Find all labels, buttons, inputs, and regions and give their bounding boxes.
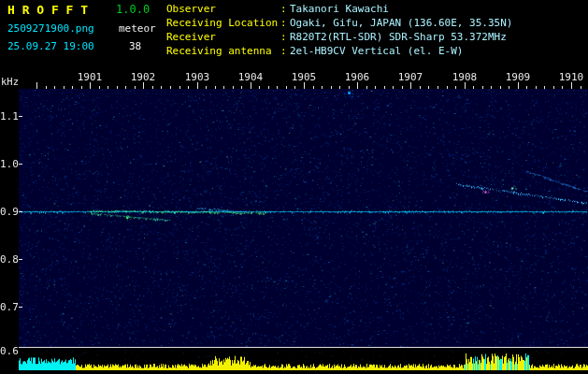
info-value: Ogaki, Gifu, JAPAN (136.60E, 35.35N) <box>290 17 512 29</box>
app-version: 1.0.0 <box>116 3 150 17</box>
time-label: 1903 <box>185 71 210 83</box>
freq-label: 0.9 <box>0 206 17 218</box>
datetime-row: 25.09.27 19:00 38 <box>7 40 141 52</box>
info-value: Takanori Kawachi <box>290 3 389 15</box>
info-label: Receiving antenna <box>166 44 280 58</box>
info-value: R820T2(RTL-SDR) SDR-Sharp 53.372MHz <box>290 31 507 43</box>
time-label: 1907 <box>398 71 423 83</box>
time-label: 1905 <box>292 71 317 83</box>
time-label: 1904 <box>238 71 264 83</box>
record-datetime: 25.09.27 19:00 <box>7 40 129 52</box>
info-separator: : <box>280 44 290 58</box>
title-row: H R O F F T 1.0.0 <box>7 3 150 17</box>
freq-label: 0.6 <box>0 345 17 357</box>
info-row-location: Receiving Location:Ogaki, Gifu, JAPAN (1… <box>166 16 512 30</box>
freq-label: 1.1 <box>0 110 17 122</box>
time-label: 1908 <box>452 71 478 83</box>
info-separator: : <box>280 30 290 44</box>
echo-count: 38 <box>129 40 141 52</box>
time-label: 1901 <box>78 71 103 83</box>
hrofft-screen: H R O F F T 1.0.0 2509271900.png meteor … <box>0 0 588 374</box>
mode-label: meteor <box>119 22 156 35</box>
info-separator: : <box>280 16 290 30</box>
app-title: H R O F F T <box>7 3 116 17</box>
info-value: 2el-HB9CV Vertical (el. E-W) <box>290 45 463 57</box>
file-row: 2509271900.png meteor <box>7 22 156 35</box>
freq-unit-label: kHz <box>1 76 19 87</box>
info-separator: : <box>280 2 290 16</box>
station-info-panel: Observer:Takanori Kawachi Receiving Loca… <box>166 2 512 58</box>
info-label: Observer <box>166 2 280 16</box>
time-label: 1910 <box>559 71 584 83</box>
freq-label: 0.8 <box>0 253 17 266</box>
freq-label: 0.7 <box>0 301 17 313</box>
freq-label: 1.0 <box>0 158 17 170</box>
time-label: 1906 <box>345 71 370 83</box>
time-label: 1909 <box>506 71 531 83</box>
info-label: Receiving Location <box>166 16 280 30</box>
time-label: 1902 <box>131 71 156 83</box>
output-filename: 2509271900.png <box>7 22 119 35</box>
info-row-antenna: Receiving antenna:2el-HB9CV Vertical (el… <box>166 44 512 58</box>
info-row-observer: Observer:Takanori Kawachi <box>166 2 512 16</box>
info-label: Receiver <box>166 30 280 44</box>
info-row-receiver: Receiver:R820T2(RTL-SDR) SDR-Sharp 53.37… <box>166 30 512 44</box>
